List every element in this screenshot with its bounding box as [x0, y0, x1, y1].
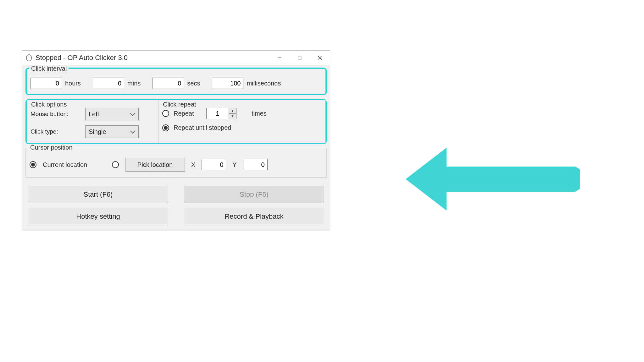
- click-type-label: Click type:: [31, 128, 81, 135]
- repeat-count-spinner[interactable]: ▲ ▼: [206, 108, 236, 119]
- window-body: Click interval hours mins secs milliseco…: [22, 65, 330, 231]
- pick-location-button[interactable]: Pick location: [125, 158, 185, 172]
- svg-rect-7: [447, 167, 575, 192]
- repeat-count-row: Repeat ▲ ▼ times: [162, 108, 322, 119]
- cursor-row: Current location Pick location X Y: [30, 158, 323, 172]
- x-label: X: [191, 161, 195, 168]
- click-type-row: Click type: Single: [31, 125, 154, 138]
- mouse-button-label: Mouse button:: [31, 111, 81, 118]
- click-options-legend: Click options: [29, 101, 69, 108]
- x-input[interactable]: [202, 159, 226, 170]
- click-interval-legend: Click interval: [29, 65, 69, 72]
- repeat-radio[interactable]: [162, 110, 169, 117]
- maximize-button: [290, 51, 310, 65]
- start-button-label: Start (F6): [84, 190, 113, 199]
- arrow-annotation-icon: [406, 145, 582, 214]
- click-type-combo[interactable]: Single: [85, 125, 139, 138]
- stop-button: Stop (F6): [184, 186, 324, 203]
- click-repeat-legend: Click repeat: [161, 101, 198, 108]
- cursor-position-legend: Cursor position: [28, 144, 75, 151]
- start-button[interactable]: Start (F6): [28, 186, 168, 203]
- mins-label: mins: [127, 80, 141, 87]
- click-options-group: Click options Mouse button: Left Click t…: [27, 100, 158, 143]
- mouse-icon: [25, 54, 32, 61]
- mouse-button-row: Mouse button: Left: [31, 108, 154, 120]
- current-location-radio[interactable]: [30, 161, 36, 168]
- cursor-position-group: Cursor position Current location Pick lo…: [25, 148, 327, 178]
- record-playback-button[interactable]: Record & Playback: [184, 208, 324, 225]
- y-label: Y: [232, 161, 236, 168]
- secs-input[interactable]: [153, 78, 184, 89]
- secs-label: secs: [187, 80, 200, 87]
- window-title: Stopped - OP Auto Clicker 3.0: [36, 54, 269, 62]
- repeat-until-radio[interactable]: [162, 124, 169, 131]
- repeat-count-input[interactable]: [207, 108, 229, 119]
- minimize-button[interactable]: [269, 51, 290, 65]
- button-row-1: Start (F6) Stop (F6): [25, 181, 327, 203]
- spinner-arrows[interactable]: ▲ ▼: [229, 108, 236, 119]
- close-button[interactable]: [310, 51, 330, 65]
- record-playback-label: Record & Playback: [225, 212, 283, 221]
- mouse-button-value: Left: [89, 111, 99, 118]
- hotkey-button[interactable]: Hotkey setting: [28, 208, 168, 225]
- hours-input[interactable]: [31, 78, 62, 89]
- current-location-label: Current location: [43, 161, 106, 168]
- svg-rect-3: [298, 56, 301, 59]
- window-controls: [269, 51, 330, 65]
- hours-label: hours: [65, 80, 81, 87]
- interval-row: hours mins secs milliseconds: [31, 78, 322, 89]
- y-input[interactable]: [243, 159, 268, 170]
- pick-location-label: Pick location: [137, 161, 173, 168]
- repeat-until-label: Repeat until stopped: [174, 124, 231, 131]
- stop-button-label: Stop (F6): [240, 190, 269, 199]
- mins-input[interactable]: [93, 78, 124, 89]
- ms-input[interactable]: [212, 78, 243, 89]
- pick-location-radio[interactable]: [112, 161, 119, 168]
- options-repeat-row: Click options Mouse button: Left Click t…: [25, 99, 327, 144]
- click-repeat-group: Click repeat Repeat ▲ ▼ times: [158, 100, 325, 143]
- times-label: times: [252, 110, 267, 117]
- spinner-up-icon[interactable]: ▲: [229, 108, 236, 114]
- app-window: Stopped - OP Auto Clicker 3.0 Click inte…: [22, 50, 330, 231]
- ms-label: milliseconds: [247, 80, 281, 87]
- repeat-label: Repeat: [174, 110, 202, 117]
- spinner-down-icon[interactable]: ▼: [229, 114, 236, 119]
- click-interval-group: Click interval hours mins secs milliseco…: [25, 68, 327, 95]
- hotkey-button-label: Hotkey setting: [76, 212, 120, 221]
- button-row-2: Hotkey setting Record & Playback: [25, 203, 327, 225]
- mouse-button-combo[interactable]: Left: [85, 108, 139, 120]
- repeat-until-row: Repeat until stopped: [162, 124, 322, 131]
- titlebar: Stopped - OP Auto Clicker 3.0: [22, 51, 330, 65]
- click-type-value: Single: [89, 128, 106, 135]
